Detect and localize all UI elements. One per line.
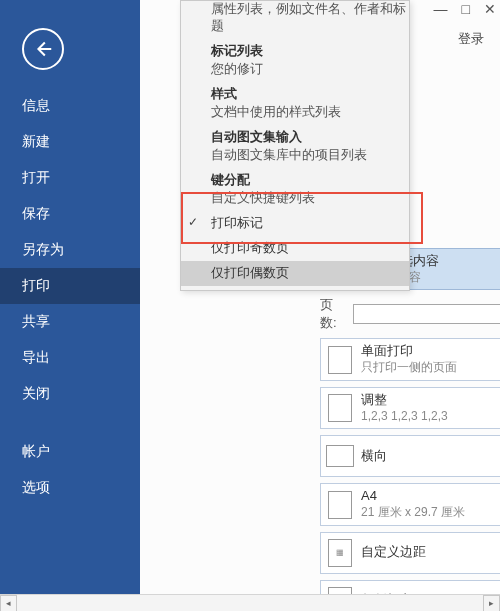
dd-item[interactable]: 标记列表 您的修订	[181, 39, 409, 82]
opt-title: 横向	[361, 448, 500, 465]
scroll-track[interactable]	[17, 595, 483, 612]
nav-save[interactable]: 保存	[0, 196, 140, 232]
dd-title: 标记列表	[211, 39, 409, 61]
opt-orientation[interactable]: 横向 ▾	[320, 435, 500, 477]
close-icon[interactable]: ✕	[484, 2, 496, 16]
maximize-icon[interactable]: □	[462, 2, 470, 16]
nav-print[interactable]: 打印	[0, 268, 140, 304]
nav-new[interactable]: 新建	[0, 124, 140, 160]
opt-title: A4	[361, 488, 500, 505]
dd-title: 样式	[211, 82, 409, 104]
pages-input[interactable]	[353, 304, 500, 324]
dd-sub: 您的修订	[211, 61, 409, 82]
nav-list: 信息 新建 打开 保存 另存为 打印 共享 导出 关闭 帐户 选项	[0, 88, 140, 506]
scroll-right-icon[interactable]: ▸	[483, 595, 500, 612]
nav-share[interactable]: 共享	[0, 304, 140, 340]
opt-sub: 1,2,3 1,2,3 1,2,3	[361, 409, 500, 425]
dd-sub: 自动图文集库中的项目列表	[211, 147, 409, 168]
scroll-left-icon[interactable]: ◂	[0, 595, 17, 612]
nav-saveas[interactable]: 另存为	[0, 232, 140, 268]
back-button[interactable]	[22, 28, 64, 70]
margins-icon: ▦	[328, 539, 352, 567]
dd-even-pages[interactable]: 仅打印偶数页	[181, 261, 409, 286]
page-icon	[328, 346, 352, 374]
landscape-icon	[326, 445, 354, 467]
opt-margins[interactable]: ▦ 自定义边距 ▾	[320, 532, 500, 574]
dd-print-markup[interactable]: ✓ 打印标记	[181, 211, 409, 236]
dd-sub: 自定义快捷键列表	[211, 190, 409, 211]
nav-account[interactable]: 帐户	[0, 434, 140, 470]
page-icon	[328, 491, 352, 519]
pages-row: 页数: i	[320, 296, 500, 332]
opt-title: 调整	[361, 392, 500, 409]
dd-title: 自动图文集输入	[211, 125, 409, 147]
nav-export[interactable]: 导出	[0, 340, 140, 376]
opt-title: 自定义边距	[361, 544, 500, 561]
arrow-left-icon	[32, 38, 54, 60]
opt-collate[interactable]: 调整 1,2,3 1,2,3 1,2,3 ▾	[320, 387, 500, 429]
collate-icon	[328, 394, 352, 422]
nav-open[interactable]: 打开	[0, 160, 140, 196]
print-what-dropdown: 属性列表，例如文件名、作者和标题 标记列表 您的修订 样式 文档中使用的样式列表…	[180, 0, 410, 291]
login-link[interactable]: 登录	[458, 30, 484, 48]
backstage-sidebar: 信息 新建 打开 保存 另存为 打印 共享 导出 关闭 帐户 选项	[0, 0, 140, 594]
opt-sub: 21 厘米 x 29.7 厘米	[361, 505, 500, 521]
nav-info[interactable]: 信息	[0, 88, 140, 124]
dd-hint: 属性列表，例如文件名、作者和标题	[211, 1, 409, 39]
pages-label: 页数:	[320, 296, 347, 332]
nav-options[interactable]: 选项	[0, 470, 140, 506]
opt-sub: 只打印一侧的页面	[361, 360, 500, 376]
dd-item[interactable]: 自动图文集输入 自动图文集库中的项目列表	[181, 125, 409, 168]
dd-sub: 文档中使用的样式列表	[211, 104, 409, 125]
opt-paper-size[interactable]: A4 21 厘米 x 29.7 厘米 ▾	[320, 483, 500, 525]
opt-single-side[interactable]: 单面打印 只打印一侧的页面 ▾	[320, 338, 500, 380]
check-icon: ✓	[188, 215, 198, 229]
dd-title: 键分配	[211, 168, 409, 190]
opt-title: 单面打印	[361, 343, 500, 360]
print-settings: ⠿ 打印所选内容 仅所选内容 ▾ 页数: i 单面打印 只打印一侧的页面 ▾	[320, 248, 500, 611]
nav-close[interactable]: 关闭	[0, 376, 140, 412]
dd-item[interactable]: 键分配 自定义快捷键列表	[181, 168, 409, 211]
horizontal-scrollbar[interactable]: ◂ ▸	[0, 594, 500, 611]
dd-odd-pages[interactable]: 仅打印奇数页	[181, 236, 409, 261]
minimize-icon[interactable]: —	[434, 2, 448, 16]
dd-item[interactable]: 样式 文档中使用的样式列表	[181, 82, 409, 125]
